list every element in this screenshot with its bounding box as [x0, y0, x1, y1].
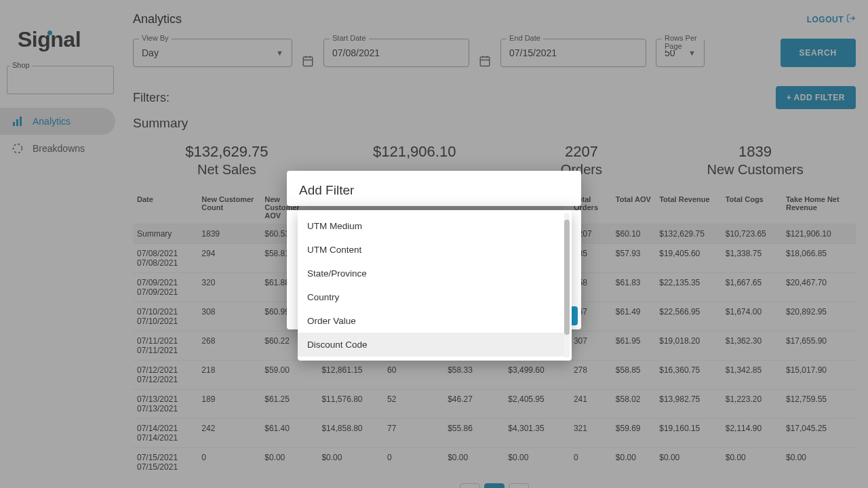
- add-filter-modal: Add Filter: [287, 171, 581, 206]
- dropdown-option[interactable]: Order Value: [298, 309, 564, 333]
- scrollbar-thumb[interactable]: [564, 220, 570, 335]
- dropdown-list: UTM MediumUTM ContentState/ProvinceCount…: [298, 210, 564, 361]
- modal-title: Add Filter: [287, 183, 581, 206]
- dropdown-option[interactable]: UTM Content: [298, 238, 564, 262]
- filter-type-dropdown: UTM MediumUTM ContentState/ProvinceCount…: [298, 210, 572, 361]
- dropdown-option[interactable]: Country: [298, 285, 564, 309]
- dropdown-scrollbar[interactable]: [564, 213, 570, 358]
- dropdown-option[interactable]: Discount Code: [298, 333, 564, 357]
- dropdown-option[interactable]: UTM Medium: [298, 214, 564, 238]
- dropdown-option[interactable]: State/Province: [298, 262, 564, 285]
